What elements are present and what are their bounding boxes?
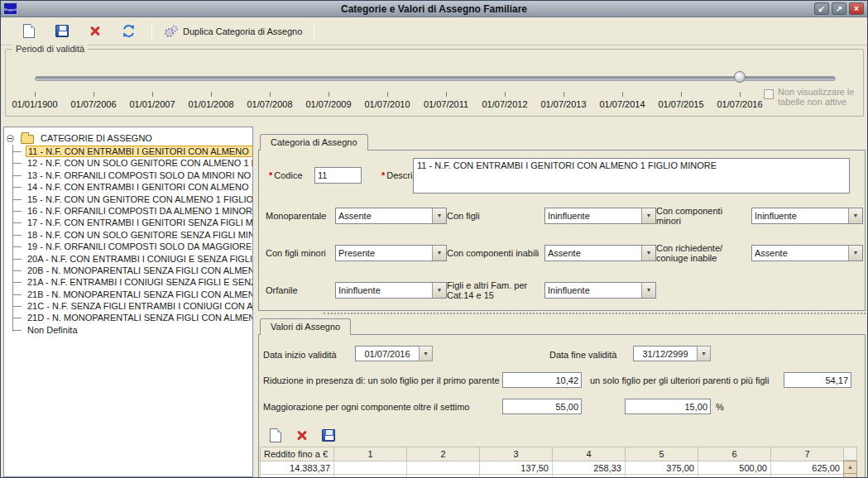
table-scrollbar[interactable]: ▲ (843, 447, 857, 478)
restore-button[interactable]: ↙ (814, 2, 829, 15)
tab-valori-di-assegno[interactable]: Valori di Assegno (260, 318, 351, 335)
table-cell[interactable] (407, 475, 480, 478)
scroll-up-button[interactable]: ▲ (843, 461, 857, 474)
table-cell[interactable] (407, 461, 480, 475)
refresh-icon (122, 24, 136, 38)
chevron-down-icon[interactable]: ▼ (432, 246, 446, 261)
new-document-icon (23, 24, 35, 38)
duplicate-category-button[interactable]: Duplica Categoria di Assegno (159, 23, 307, 40)
tree-item[interactable]: 21A - N.F. ENTRAMBI I CONIUGI SENZA FIGL… (4, 276, 252, 288)
row-new-button[interactable] (262, 424, 289, 446)
maggiorazione-pct-input[interactable]: 15,00 (625, 399, 711, 414)
tree-item-label: 21D - N. MONOPARENTALI SENZA FIGLI CON A… (26, 313, 253, 323)
maximize-button[interactable]: ↗ (832, 2, 846, 15)
table-cell[interactable]: 624,08 (771, 475, 844, 478)
delete-button[interactable] (79, 21, 112, 42)
combo-value: Assente (752, 246, 848, 261)
chevron-down-icon[interactable]: ▼ (641, 246, 655, 261)
close-button[interactable]: × (849, 2, 864, 15)
new-button[interactable] (12, 21, 46, 42)
table-cell[interactable]: 136,78 (480, 475, 553, 478)
combo-7[interactable]: Ininfluente▼ (544, 282, 656, 299)
combo-value: Ininfluente (752, 208, 848, 223)
chevron-down-icon[interactable]: ▼ (432, 208, 446, 223)
chevron-down-icon[interactable]: ▼ (848, 208, 862, 223)
combo-5[interactable]: Assente▼ (751, 245, 863, 261)
tree-item[interactable]: 18 - N.F. CON UN SOLO GENITORE SENZA FIG… (4, 229, 252, 241)
tree-item[interactable]: 14 - N.F. CON ENTRAMBI I GENITORI CON AL… (4, 181, 252, 193)
table-cell[interactable] (334, 475, 407, 478)
row-save-button[interactable] (315, 424, 342, 446)
table-cell[interactable]: 374,31 (626, 475, 698, 478)
descrizione-input[interactable]: 11 - N.F. CON ENTRAMBI I GENITORI CON AL… (413, 158, 850, 194)
save-button[interactable] (46, 21, 79, 42)
chevron-down-icon[interactable]: ▼ (432, 283, 446, 298)
table-cell[interactable]: 375,00 (626, 461, 698, 475)
start-date-dropdown-button[interactable]: ▼ (419, 346, 433, 361)
slider-tick (270, 92, 271, 97)
slider-tick (35, 92, 36, 97)
combo-2[interactable]: Ininfluente▼ (751, 208, 863, 224)
tree-item[interactable]: 20A - N.F. CON ENTRAMBI I CONIUGI E SENZ… (4, 253, 252, 265)
chevron-down-icon[interactable]: ▼ (641, 283, 655, 298)
duplicate-category-label: Duplica Categoria di Assegno (183, 26, 302, 36)
combo-1[interactable]: Ininfluente▼ (544, 208, 656, 224)
tree-item[interactable]: 11 - N.F. CON ENTRAMBI I GENITORI CON AL… (4, 146, 252, 157)
table-cell[interactable]: 14.483,48 (261, 475, 334, 478)
end-date-dropdown-button[interactable]: ▼ (697, 346, 711, 361)
tree-item[interactable]: 19 - N.F. ORFANILI COMPOSTI SOLO DA MAGG… (4, 241, 252, 252)
tree-item[interactable]: 21D - N. MONOPARENTALI SENZA FIGLI CON A… (4, 312, 252, 323)
tree-expander-icon[interactable] (7, 135, 14, 142)
tree-item[interactable]: 17 - N.F. CON ENTRAMBI I GENITORI SENZA … (4, 217, 252, 228)
slider-date-label: 01/07/2016 (707, 99, 773, 109)
tree-item-label: 18 - N.F. CON UN SOLO GENITORE SENZA FIG… (26, 230, 253, 240)
end-date-input[interactable]: 31/12/2999 (633, 346, 698, 361)
slider-tick (387, 92, 388, 97)
table-cell[interactable]: 500,00 (698, 461, 771, 475)
table-cell[interactable] (334, 461, 407, 475)
table-row[interactable]: 14.383,37137,50258,33375,00500,00625,00 (261, 461, 844, 475)
riduzione-input[interactable]: 10,42 (502, 372, 582, 388)
table-cell[interactable]: 625,00 (771, 461, 844, 475)
hide-inactive-checkbox[interactable]: Non visualizzare le tabelle non attive (764, 87, 861, 107)
tree-item[interactable]: 21B - N. MONOPARENTALI SENZA FIGLI CON A… (4, 289, 252, 300)
chevron-down-icon[interactable]: ▼ (848, 246, 862, 261)
table-row[interactable]: 14.483,48136,78257,25374,31492,50624,08 (261, 475, 844, 478)
combo-6[interactable]: Ininfluente▼ (335, 282, 447, 299)
scrollbar-thumb[interactable] (843, 474, 857, 478)
combo-value: Assente (545, 246, 641, 261)
table-cell[interactable]: 137,50 (480, 461, 553, 475)
combo-4[interactable]: Assente▼ (544, 245, 656, 261)
tree-item[interactable]: 16 - N.F. ORFANILI COMPOSTI DA ALMENO 1 … (4, 205, 252, 217)
tree-item[interactable]: 15 - N.F. CON UN GENITORE CON ALMENO 1 F… (4, 194, 252, 205)
category-panel: Categoria di Assegno *Codice 11 *Descriz… (258, 133, 866, 311)
tree-item[interactable]: 13 - N.F. ORFANILI COMPOSTI SOLO DA MINO… (4, 170, 252, 181)
combo-0[interactable]: Assente▼ (335, 208, 447, 224)
table-cell[interactable]: 14.383,37 (261, 461, 334, 475)
splitter-dotted-line[interactable] (324, 313, 866, 314)
period-slider-thumb[interactable] (734, 71, 746, 83)
tree-item[interactable]: 20B - N. MONOPARENTALI SENZA FIGLI CON A… (4, 265, 252, 276)
required-asterisk: * (269, 170, 272, 180)
tree-item[interactable]: 21C - N.F. SENZA FIGLI ENTRAMBI I CONIUG… (4, 300, 252, 312)
row-delete-button[interactable] (289, 424, 315, 446)
tab-categoria-di-assegno[interactable]: Categoria di Assegno (260, 134, 368, 151)
chevron-down-icon[interactable]: ▼ (641, 208, 655, 223)
tree-item[interactable]: Non Definita (4, 324, 252, 336)
tree-item-label: 21B - N. MONOPARENTALI SENZA FIGLI CON A… (26, 289, 253, 299)
codice-input[interactable]: 11 (314, 167, 362, 184)
slider-date-label: 01/07/2015 (648, 99, 714, 109)
combo-3[interactable]: Presente▼ (335, 245, 447, 261)
slider-tick (681, 92, 682, 97)
period-slider-track[interactable] (35, 76, 836, 81)
tree-item-label: 20B - N. MONOPARENTALI SENZA FIGLI CON A… (26, 265, 253, 275)
maggiorazione-input[interactable]: 55,00 (502, 399, 582, 414)
tree-root-node[interactable]: CATEGORIE DI ASSEGNO (4, 131, 252, 146)
table-cell[interactable]: 258,33 (553, 461, 626, 475)
table-cell[interactable]: 492,50 (698, 475, 771, 478)
refresh-button[interactable] (112, 21, 145, 42)
table-cell[interactable]: 257,25 (553, 475, 626, 478)
riduzione2-input[interactable]: 54,17 (784, 372, 851, 388)
tree-item[interactable]: 12 - N.F. CON UN SOLO GENITORE CON ALMEN… (4, 157, 252, 169)
start-date-input[interactable]: 01/07/2016 (355, 346, 420, 361)
